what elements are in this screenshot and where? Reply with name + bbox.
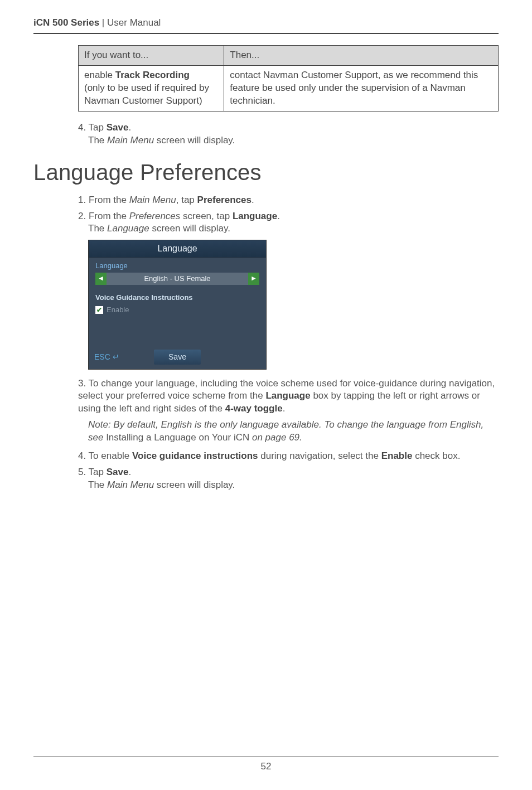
dot: .: [252, 195, 254, 205]
voice-bold: Voice guidance instructions: [132, 450, 258, 461]
step-4b: 4. To enable Voice guidance instructions…: [78, 450, 499, 463]
dot: .: [277, 211, 280, 221]
spacer: [89, 318, 266, 346]
cell-text: (only to be used if required by Navman C…: [84, 83, 209, 106]
cell-then: contact Navman Customer Support, as we r…: [224, 65, 499, 111]
t: on page 69.: [249, 432, 302, 443]
table-header-want: If you want to...: [79, 45, 224, 65]
esc-label: ESC: [94, 352, 110, 362]
preferences-label: Preferences: [197, 195, 252, 205]
t: screen will display.: [154, 135, 235, 146]
toggle-bold: 4-way toggle: [225, 403, 283, 414]
section-title: Language Preferences: [33, 157, 499, 187]
step-2: 2. From the Preferences screen, tap Lang…: [78, 210, 499, 236]
main-menu: Main Menu: [107, 479, 154, 490]
t: check box.: [412, 450, 460, 461]
language-bold: Language: [265, 390, 310, 401]
step-text: 4. Tap: [78, 122, 107, 133]
dot: .: [128, 467, 131, 477]
t: The: [88, 479, 107, 490]
link-text: Installing a Language on Your iCN: [106, 432, 249, 443]
arrow-right-icon[interactable]: ►: [248, 273, 259, 285]
step-sub: The Language screen will display.: [78, 222, 499, 235]
header-sep: |: [99, 17, 107, 28]
save-button[interactable]: Save: [154, 350, 201, 365]
device-screenshot: Language Language ◄ English - US Female …: [88, 240, 267, 369]
device-group-voice: Voice Guidance Instructions: [89, 289, 266, 304]
main-menu: Main Menu: [107, 135, 154, 146]
t: 5. Tap: [78, 467, 107, 477]
device-group-language: Language: [89, 258, 266, 273]
doc-title: User Manual: [107, 17, 161, 28]
dot: .: [128, 122, 131, 133]
language-italic: Language: [107, 223, 149, 234]
t: screen will display.: [149, 223, 230, 234]
t: screen will display.: [154, 479, 235, 490]
t: , tap: [176, 195, 197, 205]
cell-text: enable: [84, 70, 115, 80]
cell-want: enable Track Recording (only to be used …: [79, 65, 224, 111]
language-selector[interactable]: ◄ English - US Female ►: [95, 273, 259, 285]
language-value: English - US Female: [107, 273, 248, 285]
table-header-then: Then...: [224, 45, 499, 65]
enable-bold: Enable: [381, 450, 413, 461]
save-label: Save: [107, 122, 129, 133]
t: 2. From the: [78, 211, 129, 221]
save-bold: Save: [107, 467, 129, 477]
t: The: [88, 135, 107, 146]
page-number: 52: [261, 761, 272, 772]
enable-row[interactable]: ✔ Enable: [89, 304, 266, 318]
page-header: iCN 500 Series | User Manual: [33, 17, 499, 34]
step-4: 4. Tap Save. The Main Menu screen will d…: [78, 122, 499, 147]
step-1: 1. From the Main Menu, tap Preferences.: [78, 194, 499, 207]
device-bottom-bar: ESC ↵ Save: [89, 346, 266, 369]
table-row: enable Track Recording (only to be used …: [79, 65, 499, 111]
step-5: 5. Tap Save. The Main Menu screen will d…: [78, 466, 499, 492]
t: 1. From the: [78, 195, 129, 205]
t: The: [88, 223, 107, 234]
step-3: 3. To change your language, including th…: [78, 377, 499, 416]
step-sub: The Main Menu screen will display.: [78, 134, 499, 147]
action-table: If you want to... Then... enable Track R…: [78, 45, 499, 112]
t: during navigation, select the: [258, 450, 381, 461]
t: 4. To enable: [78, 450, 132, 461]
note-text: Note: By default, English is the only la…: [88, 419, 499, 444]
esc-button[interactable]: ESC ↵: [94, 352, 139, 362]
language-label: Language: [233, 211, 277, 221]
return-arrow-icon: ↵: [113, 352, 119, 362]
device-title: Language: [89, 240, 266, 258]
cell-bold: Track Recording: [115, 70, 190, 80]
dot: .: [283, 403, 286, 414]
checkbox-icon[interactable]: ✔: [95, 306, 103, 314]
product-name: iCN 500 Series: [33, 17, 99, 28]
step-sub: The Main Menu screen will display.: [78, 479, 499, 492]
t: screen, tap: [180, 211, 233, 221]
enable-label: Enable: [107, 305, 129, 315]
arrow-left-icon[interactable]: ◄: [95, 273, 107, 285]
page-footer: 52: [33, 757, 499, 773]
main-menu: Main Menu: [129, 195, 176, 205]
preferences-italic: Preferences: [129, 211, 181, 221]
